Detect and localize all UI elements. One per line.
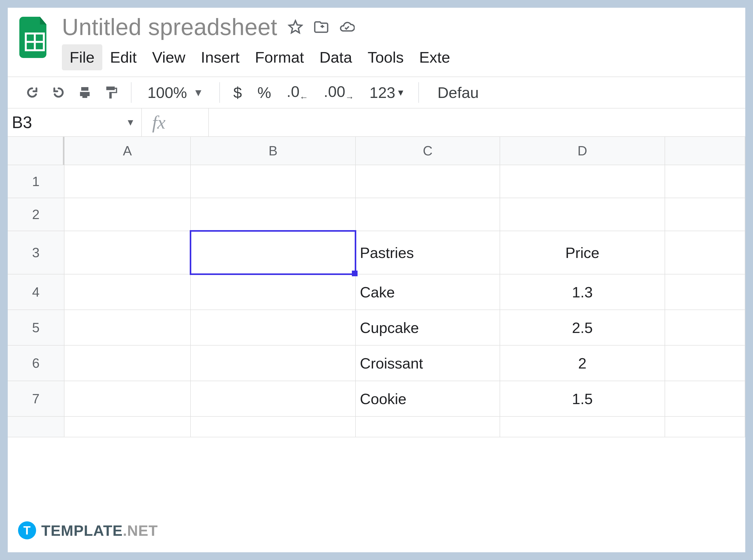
row-header-2[interactable]: 2 [8,198,64,231]
more-formats-dropdown[interactable]: 123▼ [367,84,408,102]
column-header-C[interactable]: C [356,137,500,165]
menubar: File Edit View Insert Format Data Tools … [62,44,745,71]
menu-insert[interactable]: Insert [193,44,247,71]
formula-input[interactable] [209,108,745,136]
menu-edit[interactable]: Edit [102,44,144,71]
cell-C1[interactable] [356,165,500,198]
selection-outline [190,230,356,275]
cell-B7[interactable] [191,381,356,417]
cell-C7[interactable]: Cookie [356,381,500,417]
cell-E7[interactable] [665,381,745,417]
move-folder-icon[interactable] [314,19,329,35]
document-title[interactable]: Untitled spreadsheet [62,14,277,40]
cell-A8[interactable] [64,417,191,437]
cell-B3[interactable] [191,231,356,275]
fx-icon: fx [142,108,209,136]
cell-E4[interactable] [665,275,745,310]
cell-A3[interactable] [64,231,191,275]
row-header-6[interactable]: 6 [8,345,64,381]
cell-B2[interactable] [191,198,356,231]
sheets-logo-icon[interactable] [18,16,52,59]
toolbar-separator [418,82,419,103]
app-window: Untitled spreadsheet File Edit View Inse… [8,8,745,552]
menu-data[interactable]: Data [312,44,360,71]
cell-B1[interactable] [191,165,356,198]
menu-format[interactable]: Format [247,44,312,71]
formula-bar-row: B3 ▼ fx [8,108,745,137]
format-currency-button[interactable]: $ [231,84,244,102]
menu-file[interactable]: File [62,44,102,71]
cell-E5[interactable] [665,310,745,345]
cell-D8[interactable] [500,417,665,437]
cell-C2[interactable] [356,198,500,231]
cell-D6[interactable]: 2 [500,345,665,381]
cell-A4[interactable] [64,275,191,310]
cell-E1[interactable] [665,165,745,198]
star-icon[interactable] [288,19,303,35]
increase-decimal-button[interactable]: .00→ [321,83,357,102]
cell-D4[interactable]: 1.3 [500,275,665,310]
column-header-B[interactable]: B [191,137,356,165]
caret-down-icon: ▼ [126,117,135,128]
menu-view[interactable]: View [144,44,193,71]
cell-A7[interactable] [64,381,191,417]
undo-icon[interactable] [23,82,41,103]
menu-extensions[interactable]: Exte [412,44,458,71]
cell-E6[interactable] [665,345,745,381]
select-all-corner[interactable] [8,137,64,165]
title-area: Untitled spreadsheet File Edit View Inse… [62,13,745,71]
number-format-group: $ % .0← .00→ 123▼ [231,83,408,102]
cell-D1[interactable] [500,165,665,198]
toolbar-separator [219,82,220,103]
cell-D7[interactable]: 1.5 [500,381,665,417]
cloud-status-icon[interactable] [339,19,355,35]
paint-format-icon[interactable] [102,82,120,103]
column-header-D[interactable]: D [500,137,665,165]
redo-icon[interactable] [49,82,67,103]
cell-C6[interactable]: Croissant [356,345,500,381]
row-header-1[interactable]: 1 [8,165,64,198]
row-header-5[interactable]: 5 [8,310,64,345]
cell-D5[interactable]: 2.5 [500,310,665,345]
watermark-icon: T [18,521,36,539]
cell-C8[interactable] [356,417,500,437]
cell-A6[interactable] [64,345,191,381]
menu-tools[interactable]: Tools [360,44,412,71]
row-header-8[interactable] [8,417,64,437]
column-header-extra[interactable] [665,137,745,165]
row-header-4[interactable]: 4 [8,275,64,310]
cell-E8[interactable] [665,417,745,437]
print-icon[interactable] [76,82,94,103]
column-header-A[interactable]: A [64,137,191,165]
cell-B6[interactable] [191,345,356,381]
watermark-brand: TEMPLATE [41,522,123,539]
watermark-suffix: .NET [123,522,158,539]
name-box-value: B3 [12,113,32,132]
cell-E3[interactable] [665,231,745,275]
zoom-value: 100% [147,84,187,102]
format-percent-button[interactable]: % [255,84,274,102]
cell-D3[interactable]: Price [500,231,665,275]
cell-B8[interactable] [191,417,356,437]
name-box[interactable]: B3 ▼ [8,108,142,136]
cell-A5[interactable] [64,310,191,345]
cell-A2[interactable] [64,198,191,231]
cell-E2[interactable] [665,198,745,231]
cell-C5[interactable]: Cupcake [356,310,500,345]
cell-C3[interactable]: Pastries [356,231,500,275]
row-header-3[interactable]: 3 [8,231,64,275]
cell-B4[interactable] [191,275,356,310]
spreadsheet-grid[interactable]: A B C D 1 2 3 Pastries Price 4 [8,137,745,437]
decrease-decimal-button[interactable]: .0← [284,83,311,102]
caret-down-icon: ▼ [193,87,203,98]
cell-A1[interactable] [64,165,191,198]
toolbar-separator [131,82,132,103]
watermark: T TEMPLATE.NET [18,521,158,539]
cell-C4[interactable]: Cake [356,275,500,310]
cell-B5[interactable] [191,310,356,345]
toolbar: 100% ▼ $ % .0← .00→ 123▼ Defau [8,77,745,108]
cell-D2[interactable] [500,198,665,231]
font-family-dropdown[interactable]: Defau [430,84,479,102]
row-header-7[interactable]: 7 [8,381,64,417]
zoom-dropdown[interactable]: 100% ▼ [142,84,209,102]
